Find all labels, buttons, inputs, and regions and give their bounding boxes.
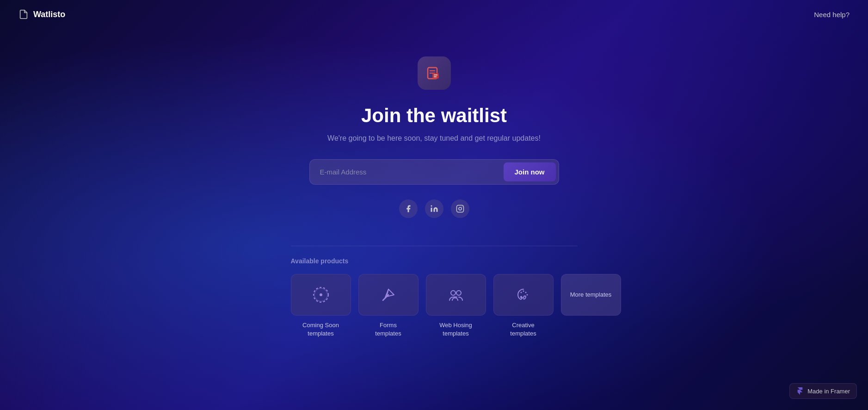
main-content: Join the waitlist We're going to be here… xyxy=(0,29,868,338)
product-more[interactable]: More templates xyxy=(561,274,621,316)
send-icon xyxy=(378,285,399,305)
svg-marker-15 xyxy=(385,289,394,298)
header: Watlisto Need help? xyxy=(0,0,868,29)
product-card-creative xyxy=(493,274,554,316)
product-forms[interactable]: Formstemplates xyxy=(358,274,419,338)
social-icons xyxy=(399,199,469,218)
app-icon xyxy=(418,56,451,90)
product-name-forms: Formstemplates xyxy=(375,321,401,338)
products-section: Available products Coming Soontemplates xyxy=(291,246,578,338)
svg-point-10 xyxy=(462,206,462,207)
svg-point-22 xyxy=(526,294,528,296)
framer-logo-icon xyxy=(796,387,804,395)
product-coming-soon[interactable]: Coming Soontemplates xyxy=(291,274,351,338)
instagram-icon[interactable] xyxy=(451,199,469,218)
page-heading: Join the waitlist xyxy=(361,105,507,127)
facebook-icon[interactable] xyxy=(399,199,418,218)
product-card-more: More templates xyxy=(561,274,621,316)
clock-icon xyxy=(311,285,331,305)
framer-badge-label: Made in Framer xyxy=(807,388,850,395)
products-grid: Coming Soontemplates Formstemplates xyxy=(291,274,578,338)
more-templates-label: More templates xyxy=(570,291,612,299)
svg-point-7 xyxy=(431,205,432,207)
product-card-coming-soon xyxy=(291,274,351,316)
logo-text: Watlisto xyxy=(33,10,65,19)
email-form: Join now xyxy=(309,159,559,185)
svg-point-20 xyxy=(525,292,526,293)
svg-point-13 xyxy=(320,293,322,296)
logo[interactable]: Watlisto xyxy=(18,9,65,19)
join-button[interactable]: Join now xyxy=(504,162,556,181)
product-name-creative: Creativetemplates xyxy=(510,321,536,338)
product-web-hosting[interactable]: Web Hosingtemplates xyxy=(426,274,486,338)
product-name-coming-soon: Coming Soontemplates xyxy=(302,321,339,338)
svg-rect-3 xyxy=(432,73,439,79)
product-creative[interactable]: Creativetemplates xyxy=(493,274,554,338)
svg-rect-6 xyxy=(431,208,432,212)
palette-icon xyxy=(513,285,534,305)
svg-point-19 xyxy=(520,292,522,293)
product-card-forms xyxy=(358,274,419,316)
logo-icon xyxy=(18,9,29,19)
need-help-button[interactable]: Need help? xyxy=(814,11,850,19)
product-card-web-hosting xyxy=(426,274,486,316)
svg-point-18 xyxy=(456,291,461,295)
svg-point-17 xyxy=(451,291,456,295)
page-subheading: We're going to be here soon, stay tuned … xyxy=(327,134,541,143)
product-name-web-hosting: Web Hosingtemplates xyxy=(439,321,472,338)
users-icon xyxy=(446,285,466,305)
linkedin-icon[interactable] xyxy=(425,199,443,218)
products-label: Available products xyxy=(291,257,578,265)
email-input[interactable] xyxy=(313,163,504,180)
svg-point-9 xyxy=(459,207,462,210)
svg-point-21 xyxy=(523,291,524,292)
svg-rect-8 xyxy=(456,205,463,212)
app-icon-graphic xyxy=(426,65,443,81)
framer-badge[interactable]: Made in Framer xyxy=(789,383,857,399)
